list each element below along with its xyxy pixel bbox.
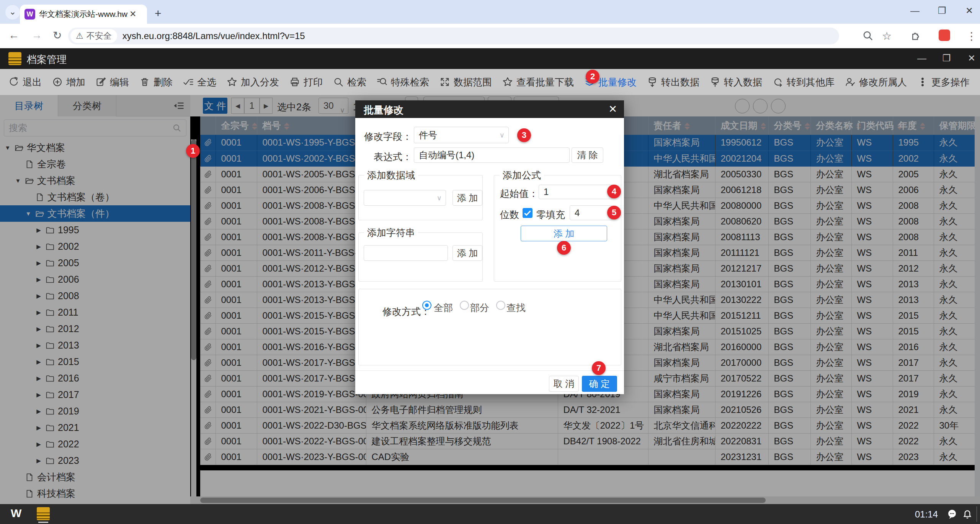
export-icon [647,77,658,87]
toolbar-item-label: 删除 [154,76,173,88]
warning-icon: ⚠ [76,31,83,41]
more-icon [917,77,928,87]
app-minimize-button[interactable]: — [917,53,926,64]
delete-icon [139,77,150,87]
expression-input[interactable]: 自动编号(1,4) [414,147,570,163]
bell-icon[interactable] [962,508,973,520]
step-badge-4: 4 [607,185,621,198]
toolbar-item-special-search[interactable]: 特殊检索 [377,76,429,88]
tab-close-icon[interactable]: ✕ [129,9,136,19]
toolbar-item-data-range[interactable]: 数据范围 [439,76,492,88]
chevron-down-icon: ∨ [500,131,505,139]
owner-icon [845,77,856,87]
data-domain-add-button[interactable]: 添 加 [452,190,482,206]
toolbar-item-label: 加入分发 [241,76,279,88]
dialog-close-icon[interactable]: ✕ [608,103,617,115]
zero-fill-checkbox[interactable] [523,208,532,218]
start-value-label: 起始值： [500,187,538,200]
expression-label: 表达式： [358,151,412,163]
toolbar-item-more[interactable]: 更多操作 [917,76,970,88]
add-string-box: 添加字符串 添 加 [358,226,483,282]
chevron-down-icon: ∨ [437,194,442,202]
formula-add-button[interactable]: 添 加 [521,226,607,241]
toolbar-item-star[interactable]: 查看批量下载 [502,76,574,88]
digits-input[interactable]: 4 [570,205,612,220]
clear-button[interactable]: 清 除 [572,147,603,163]
toolbar-item-owner[interactable]: 修改所属人 [845,76,907,88]
zoom-icon[interactable] [862,30,874,41]
formula-legend: 添加公式 [500,169,544,182]
toolbar-item-select-all[interactable]: 全选 [183,76,216,88]
modify-mode-option-label[interactable]: 查找 [506,301,526,314]
toolbar-item-exit[interactable]: 退出 [8,76,42,88]
chat-bubble-icon[interactable] [946,508,958,520]
toolbar-item-delete[interactable]: 删除 [139,76,173,88]
data-domain-box: 添加数据域 ∨ 添 加 [358,169,483,220]
search-icon [333,77,344,87]
forward-icon[interactable]: → [31,29,42,41]
app-maximize-button[interactable]: ❐ [942,53,951,64]
taskbar-active-indicator [38,522,48,523]
toolbar-item-label: 全选 [197,76,216,88]
security-chip[interactable]: ⚠ 不安全 [70,29,117,43]
step-badge-7: 7 [592,361,606,375]
field-select[interactable]: 件号∨ [414,127,509,143]
clock-label: 01:14 [915,509,938,520]
site-favicon-icon: W [24,9,35,20]
start-value-input[interactable]: 1 [539,185,612,199]
tab-search-caret-icon[interactable]: ⌄ [5,5,20,20]
url-text: xysh.eu.org:8848/Lams/vue/index.html?v=1… [122,31,305,41]
browser-tab-strip: ⌄ W 华文档案演示站-www.hwxt.co ✕ + — ❐ ✕ [0,0,980,24]
taskbar-archive-app-icon[interactable] [37,507,50,520]
modify-mode-radio-全部[interactable] [422,301,431,310]
new-tab-button[interactable]: + [155,7,162,20]
print-icon [289,77,300,87]
star-icon [502,77,513,87]
extension-badge-icon[interactable] [939,29,950,41]
security-label: 不安全 [87,30,112,42]
browser-maximize-button[interactable]: ❐ [938,5,946,16]
transfer-icon [773,77,783,87]
data-range-icon [439,77,450,87]
toolbar-item-transfer[interactable]: 转到其他库 [773,76,835,88]
toolbar-item-search[interactable]: 检索 [333,76,366,88]
app-close-button[interactable]: ✕ [968,53,975,64]
confirm-button[interactable]: 确 定 [582,376,617,392]
reload-icon[interactable]: ↻ [53,29,62,42]
extensions-puzzle-icon[interactable] [910,30,922,41]
app-titlebar: 档案管理 — ❐ ✕ [0,48,980,69]
address-bar[interactable]: ⚠ 不安全 xysh.eu.org:8848/Lams/vue/index.ht… [68,28,839,44]
browser-close-button[interactable]: ✕ [965,5,973,16]
toolbar-item-import[interactable]: 转入数据 [710,76,762,88]
zero-fill-label: 零填充 [536,208,565,221]
step-badge-6: 6 [557,241,571,255]
cancel-button[interactable]: 取 消 [549,376,579,392]
toolbar-item-label: 数据范围 [454,76,492,88]
toolbar-item-label: 转到其他库 [787,76,835,88]
toolbar-item-add[interactable]: 增加 [52,76,85,88]
toolbar-item-print[interactable]: 打印 [289,76,323,88]
toolbar-item-layers[interactable]: 批量修改2 [584,76,637,88]
add-string-add-button[interactable]: 添 加 [452,245,482,261]
add-string-input[interactable] [364,245,448,261]
toolbar-item-star[interactable]: 加入分发 [227,76,279,88]
browser-menu-kebab-icon[interactable]: ⋮ [966,30,977,43]
launcher-logo-icon[interactable]: W [11,507,21,520]
modify-mode-radio-部分[interactable] [460,301,469,310]
back-icon[interactable]: ← [8,29,19,41]
bookmark-star-icon[interactable]: ☆ [882,30,892,43]
show-desktop-divider[interactable] [977,506,977,522]
dialog-titlebar[interactable]: 批量修改 ✕ [355,100,624,118]
browser-tab[interactable]: W 华文档案演示站-www.hwxt.co ✕ [20,5,147,24]
toolbar-item-export[interactable]: 转出数据 [647,76,699,88]
modify-mode-option-label[interactable]: 部分 [470,301,489,314]
modify-mode-radio-查找[interactable] [496,301,505,310]
toolbar-item-label: 批量修改 [598,76,637,88]
toolbar-item-label: 特殊检索 [391,76,429,88]
data-domain-select[interactable]: ∨ [364,190,446,206]
dialog-title: 批量修改 [364,103,403,117]
toolbar-item-edit[interactable]: 编辑 [96,76,129,88]
modify-mode-option-label[interactable]: 全部 [434,301,453,314]
star-icon [227,77,237,87]
browser-minimize-button[interactable]: — [910,5,920,16]
